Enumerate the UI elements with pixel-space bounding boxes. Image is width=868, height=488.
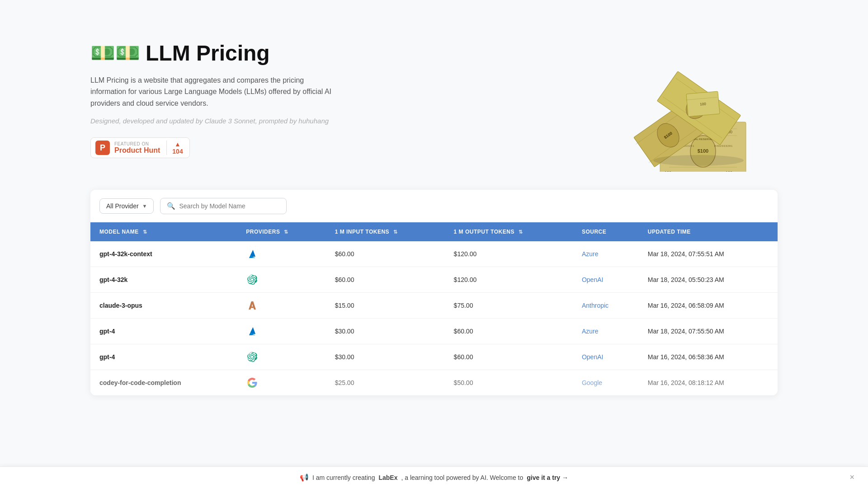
cell-model-name: gpt-4 (90, 344, 237, 370)
cell-updated-time: Mar 16, 2024, 06:58:36 AM (639, 344, 778, 370)
table-row: claude-3-opus $15.00 $75.00 Anthropic Ma… (90, 293, 778, 319)
product-hunt-logo: P (95, 141, 110, 155)
col-updated-time: UPDATED TIME (639, 222, 778, 241)
table-toolbar: All Provider ▼ 🔍 (90, 190, 778, 222)
cell-input-tokens: $25.00 (326, 370, 445, 396)
product-hunt-badge[interactable]: P FEATURED ON Product Hunt ▲ 104 (90, 137, 190, 158)
provider-logo (246, 351, 259, 363)
table-row: gpt-4 $30.00 $60.00 OpenAI Mar 16, 2024,… (90, 344, 778, 370)
cell-model-name: gpt-4 (90, 319, 237, 344)
cell-updated-time: Mar 18, 2024, 07:55:51 AM (639, 241, 778, 267)
cell-source: OpenAI (573, 267, 639, 293)
cell-model-name: claude-3-opus (90, 293, 237, 319)
provider-logo (246, 299, 259, 312)
source-link[interactable]: Azure (582, 328, 599, 335)
cell-provider (237, 241, 326, 267)
cell-provider (237, 293, 326, 319)
cell-updated-time: Mar 18, 2024, 07:55:50 AM (639, 319, 778, 344)
main-content: All Provider ▼ 🔍 MODEL NAME ⇅ PROVIDERS (0, 190, 868, 413)
col-providers[interactable]: PROVIDERS ⇅ (237, 222, 326, 241)
provider-logo (246, 376, 259, 389)
cell-model-name: gpt-4-32k-context (90, 241, 237, 267)
table-row: gpt-4-32k $60.00 $120.00 OpenAI Mar 18, … (90, 267, 778, 293)
svg-point-28 (653, 155, 744, 166)
hero-description: LLM Pricing is a website that aggregates… (90, 75, 339, 109)
cell-output-tokens: $50.00 (445, 370, 573, 396)
col-source: SOURCE (573, 222, 639, 241)
table-row: gpt-4-32k-context $60.00 $120.00 Azure M… (90, 241, 778, 267)
provider-dropdown-label: All Provider (106, 202, 139, 210)
provider-logo (246, 273, 259, 286)
hero-section: 💵💵 LLM Pricing LLM Pricing is a website … (0, 0, 868, 190)
table-body: gpt-4-32k-context $60.00 $120.00 Azure M… (90, 241, 778, 395)
cell-source: OpenAI (573, 344, 639, 370)
cell-source: Azure (573, 241, 639, 267)
banner-text-prefix: I am currently creating (312, 474, 375, 481)
search-input[interactable] (179, 202, 280, 210)
source-link[interactable]: Anthropic (582, 302, 609, 309)
sort-icon-model-name: ⇅ (143, 229, 147, 235)
col-input-tokens[interactable]: 1 M INPUT TOKENS ⇅ (326, 222, 445, 241)
banner-close-button[interactable]: × (849, 473, 854, 482)
source-link[interactable]: Google (582, 379, 602, 386)
cell-source: Google (573, 370, 639, 396)
cell-source: Anthropic (573, 293, 639, 319)
chevron-down-icon: ▼ (142, 203, 147, 209)
svg-text:100: 100 (665, 170, 671, 172)
source-link[interactable]: Azure (582, 250, 599, 258)
cell-input-tokens: $60.00 (326, 267, 445, 293)
cell-provider (237, 267, 326, 293)
cell-input-tokens: $60.00 (326, 241, 445, 267)
provider-dropdown[interactable]: All Provider ▼ (99, 198, 154, 214)
ph-count: 104 (172, 148, 183, 155)
cell-provider (237, 370, 326, 396)
cell-output-tokens: $60.00 (445, 344, 573, 370)
cell-output-tokens: $120.00 (445, 267, 573, 293)
banner-labex-name: LabEx (378, 474, 397, 481)
cell-provider (237, 344, 326, 370)
table-header: MODEL NAME ⇅ PROVIDERS ⇅ 1 M INPUT TOKEN… (90, 222, 778, 241)
cell-output-tokens: $120.00 (445, 241, 573, 267)
title-emoji: 💵💵 (90, 41, 140, 65)
banner-icon: 📢 (300, 473, 309, 482)
banner-try-link[interactable]: give it a try → (527, 474, 568, 481)
hero-credit: Designed, developed and updated by Claud… (90, 117, 339, 125)
provider-logo (246, 248, 259, 260)
hero-illustration: $100 100 100 100 100 FEDERAL RESERVE NOT… (619, 27, 778, 172)
cell-input-tokens: $15.00 (326, 293, 445, 319)
cell-model-name: gpt-4-32k (90, 267, 237, 293)
cell-updated-time: Mar 16, 2024, 06:58:09 AM (639, 293, 778, 319)
cell-output-tokens: $60.00 (445, 319, 573, 344)
page-title: 💵💵 LLM Pricing (90, 41, 339, 66)
cell-output-tokens: $75.00 (445, 293, 573, 319)
search-icon: 🔍 (167, 202, 175, 210)
table-row: codey-for-code-completion $25.00 $50.00 … (90, 370, 778, 396)
cell-input-tokens: $30.00 (326, 319, 445, 344)
cell-updated-time: Mar 18, 2024, 05:50:23 AM (639, 267, 778, 293)
source-link[interactable]: OpenAI (582, 353, 603, 361)
bottom-banner: 📢 I am currently creating LabEx , a lear… (0, 466, 868, 488)
svg-text:100: 100 (700, 102, 707, 106)
cell-updated-time: Mar 16, 2024, 08:18:12 AM (639, 370, 778, 396)
svg-text:B492003281: B492003281 (714, 145, 733, 147)
svg-text:100: 100 (726, 170, 732, 172)
col-output-tokens[interactable]: 1 M OUTPUT TOKENS ⇅ (445, 222, 573, 241)
cell-input-tokens: $30.00 (326, 344, 445, 370)
svg-text:$100: $100 (698, 148, 708, 154)
cell-source: Azure (573, 319, 639, 344)
search-box: 🔍 (160, 198, 287, 214)
cell-model-name: codey-for-code-completion (90, 370, 237, 396)
sort-icon-output: ⇅ (519, 229, 523, 235)
col-model-name[interactable]: MODEL NAME ⇅ (90, 222, 237, 241)
table-container: All Provider ▼ 🔍 MODEL NAME ⇅ PROVIDERS (90, 190, 778, 395)
sort-icon-providers: ⇅ (284, 229, 288, 235)
source-link[interactable]: OpenAI (582, 276, 603, 283)
sort-icon-input: ⇅ (393, 229, 398, 235)
banner-text-middle: , a learning tool powered by AI. Welcome… (401, 474, 523, 481)
ph-arrow-icon: ▲ (175, 141, 181, 148)
hero-left-content: 💵💵 LLM Pricing LLM Pricing is a website … (90, 41, 339, 159)
ph-featured-label: FEATURED ON (114, 141, 160, 146)
cell-provider (237, 319, 326, 344)
provider-logo (246, 325, 259, 338)
pricing-table: MODEL NAME ⇅ PROVIDERS ⇅ 1 M INPUT TOKEN… (90, 222, 778, 395)
